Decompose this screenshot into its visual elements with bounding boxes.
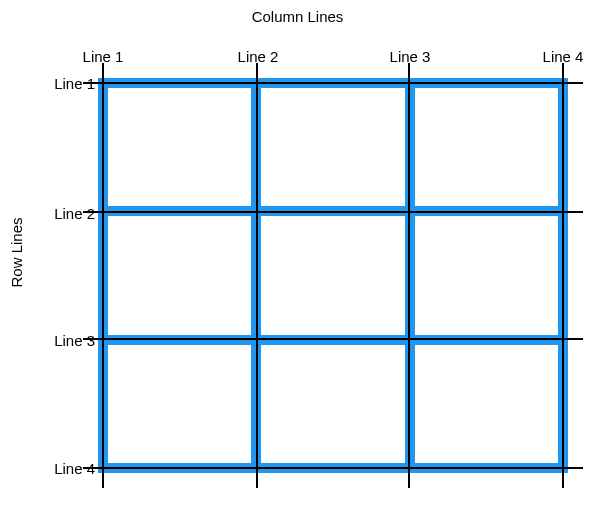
- column-line-4: [562, 63, 564, 488]
- row-line-4: [83, 467, 583, 469]
- rows-axis-title-text: Row Lines: [8, 217, 25, 287]
- grid-cell: [261, 345, 404, 463]
- col-line-2-label: Line 2: [238, 48, 279, 65]
- columns-axis-title: Column Lines: [0, 8, 595, 25]
- row-line-3-label: Line 3: [54, 332, 95, 349]
- grid-cell: [415, 216, 558, 334]
- grid-cell: [108, 88, 251, 206]
- grid-cell: [261, 216, 404, 334]
- column-line-3: [408, 63, 410, 488]
- grid-cell: [261, 88, 404, 206]
- grid-cell: [415, 345, 558, 463]
- row-line-2: [83, 211, 583, 213]
- column-line-labels: Line 1 Line 2 Line 3 Line 4: [98, 48, 568, 68]
- row-line-3: [83, 338, 583, 340]
- rows-axis-title: Row Lines: [6, 0, 26, 505]
- col-line-3-label: Line 3: [390, 48, 431, 65]
- row-line-1: [83, 82, 583, 84]
- row-line-labels: Line 1 Line 2 Line 3 Line 4: [40, 78, 95, 473]
- column-line-2: [256, 63, 258, 488]
- grid-cell: [108, 216, 251, 334]
- grid-diagram: [98, 78, 568, 473]
- row-line-2-label: Line 2: [54, 205, 95, 222]
- grid-cell: [108, 345, 251, 463]
- grid-cell: [415, 88, 558, 206]
- grid-background: [98, 78, 568, 473]
- column-line-1: [102, 63, 104, 488]
